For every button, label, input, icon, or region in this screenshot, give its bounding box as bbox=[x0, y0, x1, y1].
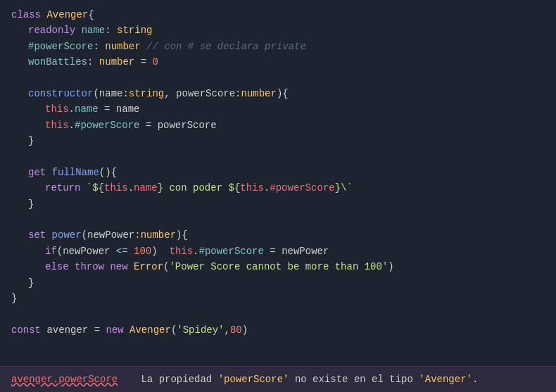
paren9: ) bbox=[388, 259, 393, 274]
param-name: name bbox=[99, 86, 123, 101]
close-brace-1: } bbox=[28, 133, 34, 148]
keyword-new2: new bbox=[106, 322, 129, 338]
method-power: power bbox=[52, 227, 82, 243]
type-num4: number bbox=[141, 227, 176, 243]
colon2: : bbox=[93, 39, 105, 54]
type-number: number bbox=[105, 39, 146, 54]
param-power: powerScore bbox=[176, 86, 235, 101]
type-str2: string bbox=[129, 86, 164, 101]
tmpl-name: name bbox=[134, 180, 158, 196]
keyword-else: else bbox=[45, 259, 75, 274]
tmpl-dollar-2: ${ bbox=[228, 180, 240, 196]
prop-priv-score: #powerScore bbox=[75, 118, 139, 133]
assign3: = bbox=[264, 244, 282, 259]
paren10: ( bbox=[171, 322, 177, 338]
tmpl-dot-2: . bbox=[264, 180, 270, 196]
code-line-5 bbox=[0, 70, 556, 86]
code-line-6: constructor(name:string, powerScore:numb… bbox=[17, 86, 556, 101]
num-100: 100 bbox=[134, 244, 151, 259]
close-brace-outer: } bbox=[11, 291, 17, 306]
colon6: : bbox=[134, 227, 140, 243]
code-line-12: return `${this.name} con poder ${this.#p… bbox=[34, 180, 556, 196]
code-line-21: const avenger = new Avenger('Spidey',80) bbox=[0, 322, 556, 338]
var-name: name bbox=[116, 101, 140, 117]
code-line-1: class Avenger{ bbox=[0, 7, 556, 23]
dot3: . bbox=[193, 244, 198, 259]
type-number2: number bbox=[99, 54, 134, 70]
tmpl-dollar-1: ${ bbox=[92, 180, 104, 196]
this-keyword-1: this bbox=[45, 101, 69, 117]
colon4: : bbox=[122, 86, 128, 101]
code-line-15: set power(newPower:number){ bbox=[17, 227, 556, 243]
error-code-text: avenger.powerScore bbox=[11, 372, 118, 387]
class-error: Error bbox=[134, 259, 163, 274]
code-line-7: this.name = name bbox=[34, 101, 556, 117]
tmpl-dot-1: . bbox=[128, 180, 134, 196]
prop-name: name bbox=[82, 23, 106, 38]
dot2: . bbox=[69, 118, 75, 133]
equals: = bbox=[134, 54, 152, 70]
comment-private: // con # se declara private bbox=[146, 39, 306, 54]
keyword-return: return bbox=[45, 180, 87, 196]
keyword-class: class bbox=[11, 7, 46, 23]
paren4: ( bbox=[82, 227, 87, 243]
keyword-set: set bbox=[28, 227, 52, 243]
class-name: Avenger bbox=[46, 7, 88, 23]
prop-wonbattles: wonBattles bbox=[28, 54, 87, 70]
brace: { bbox=[88, 7, 94, 23]
type-num3: number bbox=[241, 86, 277, 101]
paren3: (){ bbox=[99, 165, 117, 180]
prop-name2: name bbox=[75, 101, 99, 117]
paren1: ( bbox=[93, 86, 99, 101]
keyword-const: const bbox=[11, 322, 46, 338]
op-equals: = bbox=[94, 322, 106, 338]
class-avenger2: Avenger bbox=[129, 322, 171, 338]
error-bar: avenger.powerScore La propiedad 'powerSc… bbox=[0, 366, 556, 392]
comma: , bbox=[164, 86, 176, 101]
prop-powerscore: #powerScore bbox=[28, 39, 93, 54]
var-newpower: newPower bbox=[63, 244, 110, 259]
code-line-18: } bbox=[17, 275, 556, 291]
num-80: 80 bbox=[230, 322, 242, 338]
code-line-3: #powerScore: number // con # se declara … bbox=[17, 39, 556, 54]
error-highlight-2: 'Avenger' bbox=[419, 374, 472, 385]
dot1: . bbox=[69, 101, 75, 117]
prop-priv-score2: #powerScore bbox=[199, 244, 264, 259]
tmpl-close-2: }\` bbox=[335, 180, 353, 196]
error-highlight-1: 'powerScore' bbox=[218, 374, 289, 385]
colon3: : bbox=[87, 54, 99, 70]
num-zero: 0 bbox=[152, 54, 158, 70]
keyword-get: get bbox=[28, 165, 52, 180]
method-fullname: fullName bbox=[52, 165, 99, 180]
paren8: ( bbox=[163, 259, 169, 274]
var-power: powerScore bbox=[158, 118, 217, 133]
paren2: ){ bbox=[277, 86, 289, 101]
op-lte: <= bbox=[110, 244, 134, 259]
this-keyword-3: this bbox=[104, 180, 128, 196]
paren5: ){ bbox=[176, 227, 188, 243]
keyword-throw: throw bbox=[75, 259, 110, 274]
code-line-14 bbox=[0, 212, 556, 227]
assign1: = bbox=[99, 101, 116, 117]
code-line-20 bbox=[0, 306, 556, 322]
str-spidey: 'Spidey' bbox=[177, 322, 224, 338]
tmpl-backtick-1: ` bbox=[87, 180, 92, 196]
keyword-if: if bbox=[45, 244, 57, 259]
comma2: , bbox=[225, 322, 230, 338]
error-message-text: La propiedad 'powerScore' no existe en e… bbox=[123, 372, 478, 387]
assign2: = bbox=[139, 118, 157, 133]
this-keyword-2: this bbox=[45, 118, 69, 133]
code-line-2: readonly name: string bbox=[17, 23, 556, 38]
tmpl-close-1: } con poder bbox=[158, 180, 229, 196]
var-avenger: avenger bbox=[46, 322, 94, 338]
close-brace-3: } bbox=[28, 275, 34, 291]
type-string: string bbox=[117, 23, 152, 38]
this-keyword-5: this bbox=[169, 244, 193, 259]
code-line-11: get fullName(){ bbox=[17, 165, 556, 180]
this-keyword-4: this bbox=[240, 180, 264, 196]
var-newpower2: newPower bbox=[282, 244, 329, 259]
code-line-8: this.#powerScore = powerScore bbox=[34, 118, 556, 133]
colon5: : bbox=[235, 86, 241, 101]
param-newpower: newPower bbox=[87, 227, 134, 243]
code-line-9: } bbox=[17, 133, 556, 148]
